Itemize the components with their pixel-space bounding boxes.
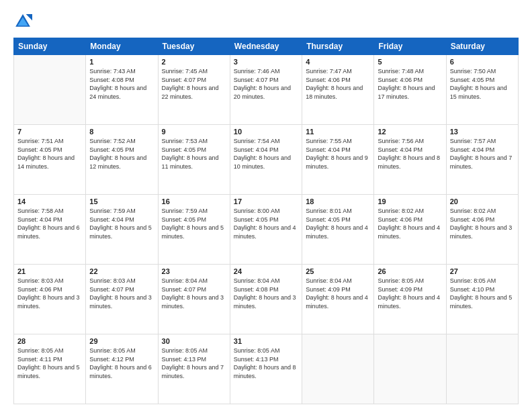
cell-info: Sunrise: 8:05 AM Sunset: 4:12 PM Dayligh…	[89, 347, 154, 380]
cell-date: 25	[306, 267, 370, 275]
calendar-cell	[302, 334, 374, 404]
calendar-day-header: Wednesday	[230, 38, 302, 55]
cell-info: Sunrise: 7:50 AM Sunset: 4:05 PM Dayligh…	[450, 67, 515, 101]
logo	[13, 12, 35, 31]
calendar-cell: 18Sunrise: 8:01 AM Sunset: 4:05 PM Dayli…	[302, 195, 374, 265]
logo-icon	[13, 12, 32, 31]
calendar-cell: 8Sunrise: 7:52 AM Sunset: 4:05 PM Daylig…	[86, 125, 158, 195]
calendar-cell: 28Sunrise: 8:05 AM Sunset: 4:11 PM Dayli…	[14, 334, 86, 404]
cell-info: Sunrise: 8:04 AM Sunset: 4:07 PM Dayligh…	[162, 277, 226, 310]
cell-date: 30	[162, 337, 226, 345]
cell-info: Sunrise: 7:56 AM Sunset: 4:04 PM Dayligh…	[378, 137, 442, 171]
cell-date: 26	[378, 267, 442, 275]
calendar-cell: 14Sunrise: 7:58 AM Sunset: 4:04 PM Dayli…	[14, 195, 86, 265]
cell-info: Sunrise: 7:54 AM Sunset: 4:04 PM Dayligh…	[234, 137, 298, 171]
calendar-cell: 29Sunrise: 8:05 AM Sunset: 4:12 PM Dayli…	[86, 334, 158, 404]
calendar-cell: 23Sunrise: 8:04 AM Sunset: 4:07 PM Dayli…	[158, 265, 230, 334]
cell-info: Sunrise: 7:55 AM Sunset: 4:04 PM Dayligh…	[306, 137, 370, 171]
cell-info: Sunrise: 8:05 AM Sunset: 4:11 PM Dayligh…	[17, 347, 82, 380]
calendar-cell: 20Sunrise: 8:02 AM Sunset: 4:06 PM Dayli…	[446, 195, 518, 265]
calendar-cell: 11Sunrise: 7:55 AM Sunset: 4:04 PM Dayli…	[302, 125, 374, 195]
calendar-day-header: Friday	[374, 38, 446, 55]
calendar-cell: 26Sunrise: 8:05 AM Sunset: 4:09 PM Dayli…	[374, 265, 446, 334]
cell-date: 27	[450, 267, 515, 275]
calendar-cell: 6Sunrise: 7:50 AM Sunset: 4:05 PM Daylig…	[446, 55, 518, 125]
calendar-cell	[446, 334, 518, 404]
cell-date: 3	[234, 58, 298, 66]
calendar-cell: 3Sunrise: 7:46 AM Sunset: 4:07 PM Daylig…	[230, 55, 302, 125]
cell-info: Sunrise: 8:05 AM Sunset: 4:09 PM Dayligh…	[378, 277, 442, 310]
cell-info: Sunrise: 8:03 AM Sunset: 4:06 PM Dayligh…	[17, 277, 82, 310]
cell-date: 6	[450, 58, 515, 66]
cell-date: 19	[378, 197, 442, 205]
cell-date: 31	[234, 337, 298, 345]
calendar-day-header: Thursday	[302, 38, 374, 55]
cell-info: Sunrise: 7:45 AM Sunset: 4:07 PM Dayligh…	[162, 67, 226, 101]
calendar-cell: 25Sunrise: 8:04 AM Sunset: 4:09 PM Dayli…	[302, 265, 374, 334]
calendar-week-row: 28Sunrise: 8:05 AM Sunset: 4:11 PM Dayli…	[14, 334, 519, 404]
cell-info: Sunrise: 8:00 AM Sunset: 4:05 PM Dayligh…	[234, 207, 298, 240]
calendar-day-header: Saturday	[446, 38, 518, 55]
calendar-day-header: Monday	[86, 38, 158, 55]
cell-date: 23	[162, 267, 226, 275]
calendar-week-row: 7Sunrise: 7:51 AM Sunset: 4:05 PM Daylig…	[14, 125, 519, 195]
cell-date: 16	[162, 197, 226, 205]
cell-date: 12	[378, 128, 442, 136]
cell-date: 8	[89, 128, 154, 136]
cell-date: 24	[234, 267, 298, 275]
cell-date: 20	[450, 197, 515, 205]
cell-info: Sunrise: 7:46 AM Sunset: 4:07 PM Dayligh…	[234, 67, 298, 101]
cell-info: Sunrise: 7:53 AM Sunset: 4:05 PM Dayligh…	[162, 137, 226, 171]
calendar-cell: 5Sunrise: 7:48 AM Sunset: 4:06 PM Daylig…	[374, 55, 446, 125]
cell-date: 29	[89, 337, 154, 345]
calendar-cell	[374, 334, 446, 404]
cell-date: 21	[17, 267, 82, 275]
cell-info: Sunrise: 8:01 AM Sunset: 4:05 PM Dayligh…	[306, 207, 370, 240]
cell-date: 4	[306, 58, 370, 66]
calendar-day-header: Tuesday	[158, 38, 230, 55]
cell-info: Sunrise: 7:57 AM Sunset: 4:04 PM Dayligh…	[450, 137, 515, 171]
calendar-cell: 13Sunrise: 7:57 AM Sunset: 4:04 PM Dayli…	[446, 125, 518, 195]
cell-date: 10	[234, 128, 298, 136]
cell-date: 28	[17, 337, 82, 345]
calendar-cell: 21Sunrise: 8:03 AM Sunset: 4:06 PM Dayli…	[14, 265, 86, 334]
cell-info: Sunrise: 8:04 AM Sunset: 4:09 PM Dayligh…	[306, 277, 370, 310]
calendar-cell: 10Sunrise: 7:54 AM Sunset: 4:04 PM Dayli…	[230, 125, 302, 195]
cell-info: Sunrise: 7:52 AM Sunset: 4:05 PM Dayligh…	[89, 137, 154, 171]
calendar-cell: 30Sunrise: 8:05 AM Sunset: 4:13 PM Dayli…	[158, 334, 230, 404]
cell-date: 9	[162, 128, 226, 136]
calendar-cell: 15Sunrise: 7:59 AM Sunset: 4:04 PM Dayli…	[86, 195, 158, 265]
calendar-day-header: Sunday	[14, 38, 86, 55]
cell-info: Sunrise: 7:43 AM Sunset: 4:08 PM Dayligh…	[89, 67, 154, 101]
calendar-week-row: 1Sunrise: 7:43 AM Sunset: 4:08 PM Daylig…	[14, 55, 519, 125]
cell-date: 17	[234, 197, 298, 205]
cell-date: 11	[306, 128, 370, 136]
calendar-cell	[14, 55, 86, 125]
cell-info: Sunrise: 7:47 AM Sunset: 4:06 PM Dayligh…	[306, 67, 370, 101]
cell-info: Sunrise: 7:59 AM Sunset: 4:05 PM Dayligh…	[162, 207, 226, 240]
cell-date: 18	[306, 197, 370, 205]
cell-info: Sunrise: 8:03 AM Sunset: 4:07 PM Dayligh…	[89, 277, 154, 310]
calendar-cell: 27Sunrise: 8:05 AM Sunset: 4:10 PM Dayli…	[446, 265, 518, 334]
cell-info: Sunrise: 8:02 AM Sunset: 4:06 PM Dayligh…	[450, 207, 515, 240]
cell-info: Sunrise: 7:51 AM Sunset: 4:05 PM Dayligh…	[17, 137, 82, 171]
cell-info: Sunrise: 7:48 AM Sunset: 4:06 PM Dayligh…	[378, 67, 442, 101]
page: SundayMondayTuesdayWednesdayThursdayFrid…	[0, 0, 532, 411]
calendar-cell: 1Sunrise: 7:43 AM Sunset: 4:08 PM Daylig…	[86, 55, 158, 125]
cell-info: Sunrise: 8:05 AM Sunset: 4:13 PM Dayligh…	[234, 347, 298, 380]
calendar-cell: 7Sunrise: 7:51 AM Sunset: 4:05 PM Daylig…	[14, 125, 86, 195]
calendar-table: SundayMondayTuesdayWednesdayThursdayFrid…	[13, 38, 519, 404]
cell-info: Sunrise: 7:58 AM Sunset: 4:04 PM Dayligh…	[17, 207, 82, 240]
cell-date: 7	[17, 128, 82, 136]
cell-date: 13	[450, 128, 515, 136]
calendar-cell: 16Sunrise: 7:59 AM Sunset: 4:05 PM Dayli…	[158, 195, 230, 265]
cell-date: 1	[89, 58, 154, 66]
calendar-cell: 12Sunrise: 7:56 AM Sunset: 4:04 PM Dayli…	[374, 125, 446, 195]
cell-info: Sunrise: 8:05 AM Sunset: 4:13 PM Dayligh…	[162, 347, 226, 380]
calendar-week-row: 21Sunrise: 8:03 AM Sunset: 4:06 PM Dayli…	[14, 265, 519, 334]
calendar-cell: 31Sunrise: 8:05 AM Sunset: 4:13 PM Dayli…	[230, 334, 302, 404]
cell-info: Sunrise: 8:05 AM Sunset: 4:10 PM Dayligh…	[450, 277, 515, 310]
svg-marker-2	[26, 14, 32, 20]
cell-date: 2	[162, 58, 226, 66]
calendar-cell: 9Sunrise: 7:53 AM Sunset: 4:05 PM Daylig…	[158, 125, 230, 195]
